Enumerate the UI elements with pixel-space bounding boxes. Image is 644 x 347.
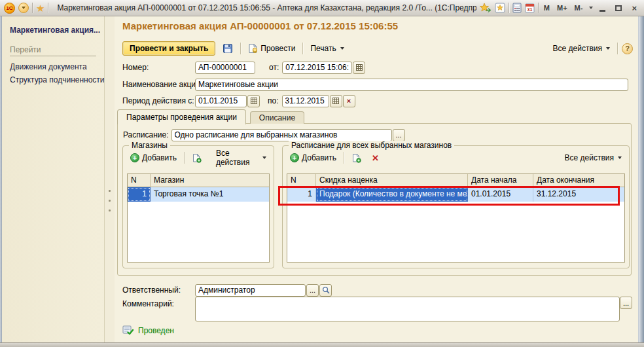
schedule-row-end-date-cell[interactable]: 31.12.2015 [533, 187, 624, 202]
post-button[interactable]: Провести [245, 41, 298, 56]
favorites-star-icon[interactable]: ★ [36, 3, 45, 13]
column-header-shop[interactable]: Магазин [151, 174, 269, 187]
toolbar-separator [184, 152, 185, 164]
print-menu-button[interactable]: Печать [307, 42, 347, 55]
comment-field[interactable] [195, 297, 620, 321]
close-button[interactable]: × [628, 3, 640, 13]
splitter-grip-icon [109, 210, 111, 211]
page-title: Маркетинговая акция АП-00000001 от 07.12… [122, 20, 398, 31]
memory-m-plus-button[interactable]: M+ [555, 4, 569, 12]
schedule-all-actions-label: Все действия [565, 153, 614, 162]
schedule-row-discount-cell[interactable]: Подарок (Количество в документе не менее… [316, 187, 468, 202]
minimize-button[interactable] [596, 3, 609, 13]
schedule-row-number-cell[interactable]: 1 [287, 187, 316, 202]
titlebar-overflow-icon[interactable] [589, 7, 593, 9]
schedule-group: Расписание для всех выбранных магазинов … [282, 145, 630, 268]
schedule-delete-button[interactable]: ✕ [368, 151, 382, 165]
favorites-list-icon[interactable] [495, 1, 505, 14]
shops-all-actions-label: Все действия [216, 149, 259, 167]
period-to-clear-button[interactable]: × [343, 95, 355, 107]
tab-strip: Параметры проведения акции Описание [117, 109, 304, 124]
copy-document-icon [192, 153, 202, 163]
shops-add-copy-button[interactable] [188, 151, 205, 165]
help-button[interactable]: ? [622, 43, 633, 54]
period-from-picker-button[interactable] [247, 95, 260, 107]
print-button-label: Печать [310, 44, 336, 53]
date-picker-button[interactable] [353, 62, 365, 74]
table-row[interactable]: 1 Торговая точка №1 [128, 187, 269, 202]
posted-document-icon [122, 325, 134, 336]
shops-row-number-cell[interactable]: 1 [128, 187, 151, 202]
schedule-toolbar: + Добавить ✕ Все действия [287, 150, 625, 166]
sidebar-item-subordination-structure[interactable]: Структура подчиненности [10, 73, 104, 86]
comment-label: Комментарий: [122, 299, 174, 308]
tab-page-parameters: Расписание: ... Магазины + Добавить [117, 123, 632, 276]
app-logo-icon: 1С [4, 3, 15, 14]
shops-row-shop-cell[interactable]: Торговая точка №1 [151, 187, 269, 202]
vertical-scrollbar[interactable] [638, 16, 644, 342]
schedule-all-actions-button[interactable]: Все действия [562, 151, 625, 164]
period-to-field[interactable] [282, 95, 329, 107]
toolbar-separator [344, 152, 344, 164]
schedule-field[interactable] [171, 129, 392, 141]
period-label: Период действия с: [122, 96, 195, 105]
schedule-add-copy-button[interactable] [348, 151, 365, 165]
tab-campaign-parameters[interactable]: Параметры проведения акции [117, 109, 246, 124]
shops-table: N Магазин 1 Торговая точка №1 [127, 174, 270, 263]
posted-status: Проведен [122, 325, 174, 336]
chevron-down-icon [618, 156, 622, 159]
document-form: Маркетинговая акция АП-00000001 от 07.12… [115, 16, 638, 342]
campaign-name-field[interactable] [195, 79, 628, 91]
window-bottom-border [0, 342, 644, 347]
column-header-n[interactable]: N [287, 174, 316, 187]
campaign-name-label: Наименование акции: [122, 80, 195, 89]
splitter-grip-icon [109, 200, 111, 202]
save-button[interactable] [219, 41, 236, 56]
memory-m-button[interactable]: M [542, 4, 552, 12]
add-favorite-icon[interactable] [480, 1, 492, 14]
post-button-label: Провести [260, 44, 295, 53]
calendar-icon[interactable]: 31 [525, 1, 535, 14]
titlebar-separator [48, 3, 48, 13]
sidebar-splitter[interactable] [105, 16, 115, 342]
calculator-icon[interactable] [512, 1, 522, 14]
date-field[interactable] [282, 62, 352, 74]
add-plus-icon: + [290, 153, 299, 162]
number-field[interactable] [195, 62, 255, 74]
sidebar-item-document-movements[interactable]: Движения документа [10, 60, 104, 73]
add-plus-icon: + [130, 153, 139, 162]
responsible-field[interactable] [195, 284, 306, 297]
responsible-select-button[interactable]: ... [306, 284, 319, 297]
schedule-add-button[interactable]: + Добавить [287, 151, 340, 164]
tab-description[interactable]: Описание [250, 111, 304, 124]
shops-table-header: N Магазин [128, 174, 269, 187]
shops-add-label: Добавить [142, 153, 177, 162]
toolbar-separator [240, 43, 241, 54]
calendar-grid-icon [251, 98, 257, 104]
post-and-close-button[interactable]: Провести и закрыть [122, 41, 215, 56]
schedule-select-button[interactable]: ... [393, 129, 405, 141]
table-row[interactable]: 1 Подарок (Количество в документе не мен… [287, 187, 624, 202]
window-title: Маркетинговая акция АП-00000001 от 07.12… [57, 3, 476, 12]
navigation-sidebar: Маркетинговая акция... Перейти Движения … [2, 16, 105, 342]
responsible-open-button[interactable] [319, 284, 332, 297]
shops-add-button[interactable]: + Добавить [127, 151, 180, 164]
column-header-discount[interactable]: Скидка наценка [316, 174, 468, 187]
chevron-down-icon [22, 7, 26, 9]
all-actions-button[interactable]: Все действия [550, 42, 613, 55]
period-from-field[interactable] [195, 95, 247, 107]
column-header-end-date[interactable]: Дата окончания [533, 174, 624, 187]
schedule-row-start-date-cell[interactable]: 01.01.2015 [468, 187, 533, 202]
shops-all-actions-button[interactable]: Все действия [213, 147, 270, 169]
maximize-button[interactable] [612, 3, 625, 13]
responsible-label: Ответственный: [122, 285, 195, 295]
comment-expand-button[interactable]: ... [620, 297, 632, 309]
sidebar-title: Маркетинговая акция... [10, 26, 104, 35]
column-header-n[interactable]: N [128, 174, 151, 187]
memory-m-minus-button[interactable]: M- [573, 4, 585, 12]
period-to-picker-button[interactable] [330, 95, 342, 107]
column-header-start-date[interactable]: Дата начала [468, 174, 533, 187]
number-label: Номер: [122, 63, 195, 72]
all-actions-label: Все действия [553, 44, 602, 53]
system-menu-button[interactable] [18, 3, 29, 13]
